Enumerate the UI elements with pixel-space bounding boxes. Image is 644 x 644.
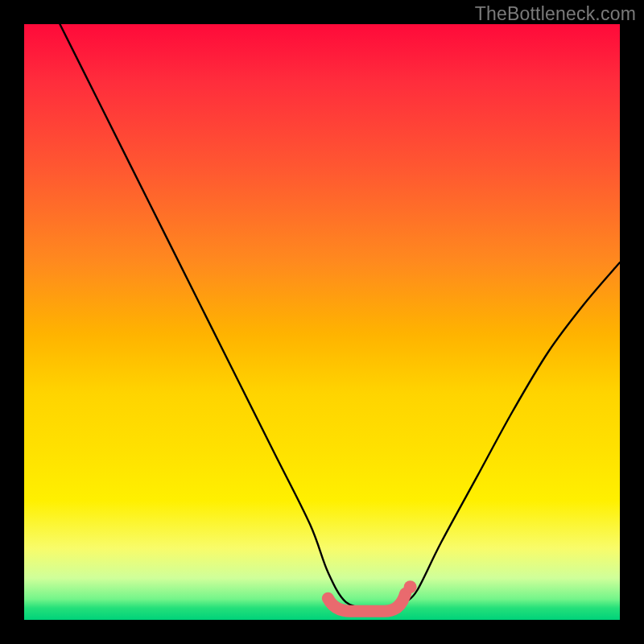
plot-area — [24, 24, 620, 620]
attribution-watermark: TheBottleneck.com — [475, 3, 636, 25]
bottleneck-curve — [60, 24, 620, 609]
band-end-dot — [404, 580, 417, 593]
chart-frame: TheBottleneck.com — [0, 0, 644, 644]
chart-canvas — [24, 24, 620, 620]
